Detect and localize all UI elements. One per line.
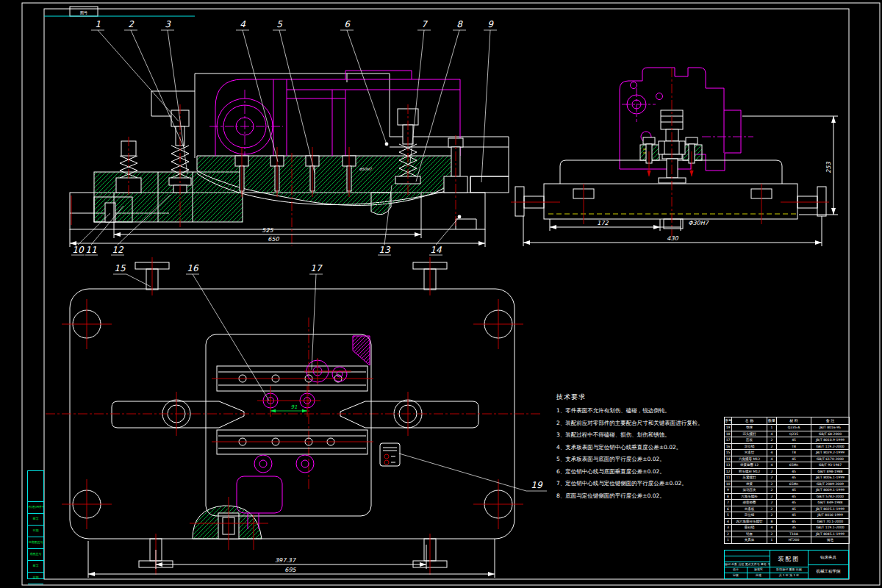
bom-cell-name: 弹簧垫圈 12 — [732, 462, 767, 469]
balloon-15: 15 — [114, 263, 126, 273]
balloon-6: 6 — [344, 19, 351, 29]
balloon-13: 13 — [379, 245, 391, 255]
bom-cell-qty: 2 — [767, 500, 777, 506]
bom-cell-note: 铸造 — [811, 537, 850, 544]
balloon-16: 16 — [187, 263, 199, 273]
bom-cell-note: GB/T 93-1987 — [811, 462, 850, 469]
balloon-12: 12 — [112, 245, 124, 255]
bom-cell-no: 17 — [725, 437, 732, 444]
bom-cell-qty: 8 — [767, 518, 777, 525]
balloon-17: 17 — [310, 263, 323, 273]
bom-cell-note: GB/T 6170-2000 — [811, 456, 850, 462]
locating-pins: 91 — [257, 386, 320, 417]
bom-cell-qty: 4 — [767, 450, 777, 456]
bom-header-note: 备 注 — [811, 417, 850, 425]
bom-cell-no: 13 — [725, 462, 732, 469]
front-dim-bore: Φ50H7 — [359, 167, 372, 171]
bom-cell-name: 钻套 — [732, 531, 767, 537]
bom-cell-qty: 2 — [767, 493, 777, 500]
bom-header-qty: 数量 — [767, 417, 777, 425]
signature-strip-cell: 旧底图总号 — [28, 537, 43, 549]
signature-strip-spacer — [28, 471, 43, 502]
tech-notes-title: 技术要求 — [556, 392, 733, 402]
bom-cell-qty: 2 — [767, 437, 777, 444]
bom-row: 11 压紧螺钉 2 45 JB/T 8006.1-1999 — [725, 475, 850, 481]
bom-cell-material: 45 — [777, 506, 811, 512]
bom-cell-material: 45 — [777, 512, 811, 519]
bom-cell-material: 45 — [777, 437, 811, 444]
bom-cell-note: GB/T 849-1988 — [811, 500, 850, 506]
side-clamp-bolt — [659, 110, 686, 183]
balloon-9: 9 — [487, 19, 494, 29]
upper-clamp-bar — [212, 336, 373, 391]
plan-dim-post-span: 397.37 — [275, 557, 296, 564]
bom-cell-material: 45 — [777, 493, 811, 500]
title-block-design: 设计 — [725, 567, 747, 573]
signature-strip: 借(通)用件登记签字日期旧底图总号底图总号签字日期 — [27, 470, 44, 579]
bom-row: 18 沉头螺钉 4 Q235 GB/T 68-2000 — [725, 431, 850, 437]
front-dim-outer: 650 — [268, 236, 279, 243]
title-block-stage: 阶段标记 重量 比例 — [770, 567, 808, 573]
bom-cell-qty: 2 — [767, 468, 777, 475]
title-block-approve: 批准 — [747, 573, 770, 578]
bom-cell-material: 45 — [777, 518, 811, 525]
bom-header-no: 序号 — [725, 417, 732, 425]
bom-cell-name: 球面垫圈 — [732, 500, 767, 506]
bom-cell-note: JB/T 8025.1-1999 — [811, 506, 850, 512]
title-block-std: 标准化 — [747, 567, 770, 573]
bom-row: 14 六角螺母 M12 4 45 GB/T 6170-2000 — [725, 456, 850, 462]
signature-strip-cell: 签字 — [28, 561, 43, 573]
bom-cell-qty: 2 — [767, 487, 777, 494]
cad-drawing-canvas: 图号 — [0, 0, 882, 588]
bom-cell-material: 35 — [777, 525, 811, 531]
plan-dim-total: 695 — [284, 567, 296, 573]
tech-note-line: 2、装配前应对零部件的主要配合尺寸和关键表面进行复检。 — [556, 417, 733, 430]
title-block-code: 钻床夹具 — [808, 551, 848, 565]
bom-cell-material: 45 — [777, 500, 811, 506]
bom-cell-material: 45 — [777, 475, 811, 481]
balloon-5: 5 — [276, 19, 283, 29]
bom-cell-no: 2 — [725, 531, 732, 537]
bom-cell-no: 9 — [725, 487, 732, 494]
bom-cell-no: 18 — [725, 431, 732, 437]
side-view: 172 Φ30H7 430 253 — [511, 68, 838, 246]
tech-notes-list: 1、零件表面不允许有划伤、磕碰，锐边倒钝。2、装配前应对零部件的主要配合尺寸和关… — [556, 405, 733, 502]
bom-cell-no: 7 — [725, 500, 732, 506]
bom-header-name: 名 称 — [732, 417, 767, 425]
bom-cell-note: JB/T 8016-95 — [811, 425, 850, 431]
bom-cell-material: Q235 — [777, 431, 811, 437]
bom-cell-qty: 1 — [767, 537, 777, 544]
bom-cell-no: 19 — [725, 425, 732, 431]
bom-cell-material: Q235-A — [777, 425, 811, 431]
balloon-8: 8 — [456, 19, 463, 29]
bom-row: 10 弹簧 2 65Mn GB/T 2089-2009 — [725, 481, 850, 487]
bom-cell-material: HT200 — [777, 537, 811, 544]
bom-cell-name: 支承板 — [732, 506, 767, 512]
title-block-check: 审核 — [725, 573, 747, 578]
bom-cell-no: 1 — [725, 537, 732, 544]
bom-cell-qty: 4 — [767, 462, 777, 469]
bom-cell-material: T10A — [777, 531, 811, 537]
bom-cell-no: 3 — [725, 525, 732, 531]
bom-row: 15 支承钉 4 T8 JB/T 8029.2-1999 — [725, 450, 850, 456]
bom-cell-note: GB/T 2089-2009 — [811, 481, 850, 487]
signature-strip-cell: 日期 — [28, 526, 43, 537]
tech-note-line: 4、支承板表面与定位销中心线垂直度公差±0.02。 — [556, 442, 733, 454]
bom-cell-note: GB/T 5782-2000 — [811, 493, 850, 500]
bom-cell-no: 8 — [725, 493, 732, 500]
bom-row: 13 弹簧垫圈 12 4 65Mn GB/T 93-1987 — [725, 462, 850, 469]
bom-cell-name: 弹簧 — [732, 481, 767, 487]
bom-header-material: 材 料 — [777, 417, 811, 425]
bom-cell-name: 支承钉 — [732, 450, 767, 456]
bom-cell-note: GB/T 119.2-2000 — [811, 443, 850, 450]
bom-cell-qty: 2 — [767, 506, 777, 512]
balloon-14: 14 — [430, 245, 442, 255]
plan-dimensions: 397.37 695 — [88, 539, 495, 578]
bom-cell-no: 10 — [725, 481, 732, 487]
front-view: 525 650 Φ50H7 1 2 3 4 5 6 7 8 9 — [70, 19, 509, 255]
bom-cell-note: JB/T 8045.1-1999 — [811, 531, 850, 537]
bom-row: 3 圆柱销 4 35 GB/T 119.1-2000 — [725, 525, 850, 531]
bom-row: 12 双头螺柱 M12 2 45 GB/T 898-1988 — [725, 468, 850, 475]
bom-row: 2 钻套 2 T10A JB/T 8045.1-1999 — [725, 531, 850, 537]
bom-row: 19 铭牌 1 Q235-A JB/T 8016-95 — [725, 425, 850, 431]
